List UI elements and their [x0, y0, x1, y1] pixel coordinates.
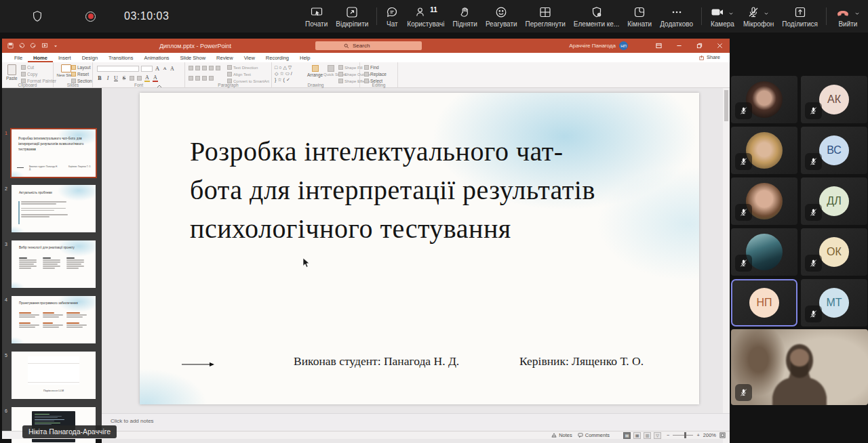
tab-design[interactable]: Design — [77, 53, 103, 62]
slide-thumbnail-4[interactable]: Проектування програмного забезпечення — [12, 296, 96, 343]
tab-help[interactable]: Help — [294, 53, 315, 62]
slide-thumbnail-pane[interactable]: 1 Розробка інтелектуального чат-бота для… — [2, 88, 102, 431]
tab-review[interactable]: Review — [211, 53, 239, 62]
fit-to-window-icon[interactable] — [719, 432, 726, 438]
slide-editor-area[interactable]: Розробка інтелектуального чат- бота для … — [102, 88, 725, 443]
leave-button[interactable]: Вийти — [831, 5, 865, 28]
notes-pane[interactable]: Click to add notes — [102, 413, 730, 431]
increase-indent-button[interactable] — [209, 66, 214, 70]
save-icon[interactable] — [7, 43, 14, 49]
participant-tile[interactable]: ДЛ — [801, 177, 867, 225]
character-spacing-button[interactable] — [137, 76, 142, 81]
shrink-font-button[interactable]: A — [162, 66, 167, 71]
justify-button[interactable] — [209, 76, 214, 81]
tab-animations[interactable]: Animations — [138, 53, 174, 62]
camera-button[interactable]: Камера — [706, 5, 739, 28]
microphone-button[interactable]: Мікрофон — [739, 5, 778, 28]
collapse-ribbon-icon[interactable] — [157, 85, 162, 88]
participant-tile[interactable] — [731, 76, 797, 123]
reset-button[interactable]: Reset — [71, 72, 92, 77]
tab-recording[interactable]: Recording — [260, 53, 294, 62]
chevron-down-icon[interactable] — [853, 9, 861, 18]
editor-scrollbar[interactable] — [723, 88, 730, 443]
participant-tile[interactable] — [731, 228, 797, 276]
current-slide[interactable]: Розробка інтелектуального чат- бота для … — [140, 93, 699, 404]
slideshow-view-button[interactable]: ▽ — [654, 432, 661, 439]
tab-insert[interactable]: Insert — [53, 53, 77, 62]
minimize-button[interactable] — [669, 39, 689, 53]
bullets-button[interactable] — [189, 66, 193, 70]
chat-button[interactable]: Чат — [381, 5, 403, 28]
control-elements-button[interactable]: Елементи ке... — [570, 5, 623, 28]
slide-thumbnail-3[interactable]: Вибір технології для реалізації проекту — [12, 240, 96, 288]
font-name-box[interactable] — [97, 66, 139, 72]
italic-button[interactable]: I — [105, 75, 111, 81]
participant-tile-active-speaker[interactable]: НП — [731, 279, 797, 326]
zoom-in-button[interactable]: + — [696, 432, 699, 438]
tab-file[interactable]: File — [9, 53, 28, 62]
participant-tile[interactable]: МТ — [801, 279, 867, 326]
text-direction-button[interactable]: Text Direction — [227, 65, 269, 70]
participants-button[interactable]: 11 Користувачі — [403, 5, 448, 28]
slide-sorter-view-button[interactable]: ▦ — [633, 432, 641, 439]
arrange-button[interactable]: Arrange — [307, 65, 323, 77]
zoom-level[interactable]: 200% — [703, 432, 716, 438]
participant-tile[interactable] — [731, 177, 797, 225]
ppt-titlebar[interactable]: Диплом.pptx - PowerPoint Search Араччіге… — [2, 39, 730, 53]
underline-button[interactable]: U — [113, 75, 119, 81]
decrease-indent-button[interactable] — [202, 66, 207, 70]
shapes-gallery[interactable]: □○△▽◇☆⬭/}☆(✓ — [275, 64, 304, 83]
normal-view-button[interactable]: ▤ — [623, 432, 631, 439]
line-spacing-button[interactable] — [216, 66, 220, 70]
layout-button[interactable]: Layout — [71, 65, 92, 70]
chevron-down-icon[interactable] — [727, 9, 735, 18]
restore-button[interactable] — [689, 39, 709, 53]
numbering-button[interactable] — [195, 66, 200, 70]
unpin-button[interactable]: Відкріпити — [332, 5, 372, 28]
strikethrough-button[interactable]: S — [121, 75, 127, 81]
clear-format-button[interactable]: A — [170, 66, 175, 72]
view-button[interactable]: Переглянути — [521, 5, 570, 28]
qat-dropdown-icon[interactable] — [53, 43, 58, 49]
rooms-button[interactable]: Кімнати — [623, 5, 656, 28]
share-button[interactable]: Поділитися — [778, 5, 822, 28]
participant-tile[interactable]: АК — [801, 76, 867, 123]
align-center-button[interactable] — [195, 76, 200, 81]
text-shadow-button[interactable] — [130, 76, 134, 81]
grow-font-button[interactable]: A — [155, 65, 160, 72]
ppt-share-button[interactable]: Share — [699, 54, 720, 60]
notes-toggle-button[interactable]: Notes — [551, 432, 572, 438]
slide-thumbnail-1[interactable]: Розробка інтелектуального чат-бота для і… — [12, 129, 96, 177]
font-size-box[interactable] — [141, 66, 153, 72]
react-button[interactable]: Реагувати — [481, 5, 521, 28]
reading-view-button[interactable]: ▥ — [644, 432, 651, 439]
zoom-out-button[interactable]: − — [667, 432, 669, 438]
copy-button[interactable]: Copy — [21, 72, 56, 77]
cut-button[interactable]: Cut — [21, 65, 56, 70]
undo-icon[interactable] — [18, 43, 25, 49]
align-right-button[interactable] — [202, 76, 207, 81]
tab-home[interactable]: Home — [28, 53, 53, 62]
participant-video-tile[interactable] — [731, 329, 868, 405]
replace-button[interactable]: Replace — [364, 72, 387, 77]
start-presenting-button[interactable]: Почати — [301, 5, 332, 28]
redo-icon[interactable] — [30, 43, 37, 49]
slide-thumbnail-5[interactable]: Порівняння LLM — [12, 352, 96, 399]
tab-slideshow[interactable]: Slide Show — [175, 53, 212, 62]
paste-button[interactable]: Paste — [6, 64, 18, 81]
close-button[interactable] — [709, 39, 730, 53]
participant-tile[interactable]: ВС — [801, 127, 867, 174]
participant-tile[interactable] — [731, 127, 797, 174]
highlight-button[interactable]: A — [144, 75, 150, 82]
ppt-search-box[interactable]: Search — [315, 41, 422, 50]
tab-transitions[interactable]: Transitions — [103, 53, 138, 62]
align-text-button[interactable]: Align Text — [227, 72, 269, 77]
ppt-account[interactable]: Араччіге Панагода НП — [569, 41, 628, 50]
bold-button[interactable]: B — [97, 75, 102, 81]
participant-tile[interactable]: ОК — [801, 228, 867, 276]
zoom-slider[interactable] — [673, 435, 693, 436]
start-slideshow-icon[interactable] — [41, 43, 48, 49]
more-button[interactable]: Додатково — [656, 5, 697, 28]
find-button[interactable]: Find — [364, 65, 387, 70]
chevron-down-icon[interactable] — [762, 9, 770, 18]
